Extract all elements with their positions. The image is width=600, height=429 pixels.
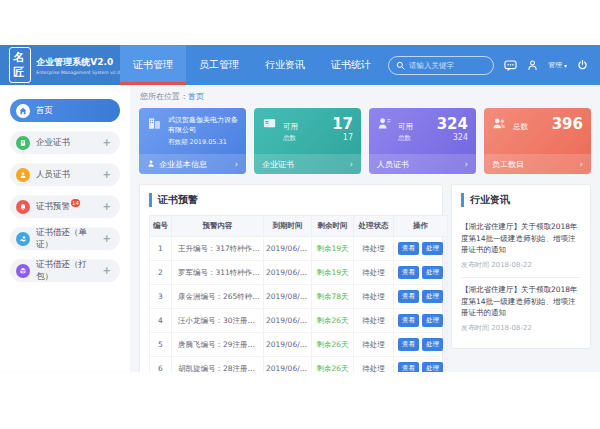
card-footer-label: 企业证书 [262, 159, 294, 170]
cell-remaining: 剩余26天 [312, 333, 354, 357]
company-info-card[interactable]: 武汉贺鑫伽美电力设备有限公司 有效期 2019.05.31 企业基本信息 › [139, 108, 246, 174]
stat-label: 总数 [398, 134, 411, 143]
col-header-actions: 操作 [394, 216, 448, 237]
header-actions: 管理▾ [388, 45, 600, 85]
cell-status: 待处理 [354, 333, 394, 357]
col-header-remain: 剩余时间 [312, 216, 354, 237]
expand-icon[interactable]: + [103, 233, 111, 244]
card-footer-label: 员工数目 [492, 159, 524, 170]
view-button[interactable]: 查看 [398, 338, 419, 351]
cell-no: 2 [150, 261, 172, 285]
personnel-certificates-card[interactable]: 可用 324 总数 324 人员证书 › [369, 108, 476, 174]
table-row: 6 胡凯旋编号：28注册类人... 2019/06/10 剩余26天 待处理 查… [150, 357, 448, 373]
view-button[interactable]: 查看 [398, 314, 419, 327]
handle-button[interactable]: 处理 [422, 242, 443, 255]
people-group-icon [492, 116, 507, 154]
news-item-title: 【湖北省住建厅】关于领取2018年度第14批一级建造师初始、增项注册证书的通知 [461, 284, 581, 319]
cell-no: 3 [150, 285, 172, 309]
handle-button[interactable]: 处理 [422, 362, 443, 372]
personnel-certificates-link[interactable]: 人员证书 › [369, 154, 476, 174]
app-subtitle: Enterprise Management System v2.0 [36, 70, 120, 75]
table-row: 1 王升编号：317特种作业... 2019/06/03 剩余19天 待处理 查… [150, 237, 448, 261]
sidebar-item-label: 企业证书 [36, 137, 70, 149]
stat-cards: 武汉贺鑫伽美电力设备有限公司 有效期 2019.05.31 企业基本信息 › [139, 108, 591, 174]
sidebar-item-company-certificates[interactable]: 企业证书 + [10, 131, 120, 154]
sidebar-item-home[interactable]: 首页 [10, 99, 120, 122]
main-content: 您所在位置：首页 武汉贺鑫伽美电力设备有限公司 有效期 2019.05.31 [130, 85, 600, 372]
employee-count-link[interactable]: 员工数目 › [484, 154, 591, 174]
expand-icon[interactable]: + [103, 265, 111, 276]
cell-remaining: 剩余26天 [312, 357, 354, 373]
cell-remaining: 剩余19天 [312, 261, 354, 285]
nav-tab-certificate-management[interactable]: 证书管理 [120, 45, 186, 85]
chevron-right-icon: › [234, 159, 238, 169]
building-icon [147, 116, 162, 154]
view-button[interactable]: 查看 [398, 266, 419, 279]
table-header-row: 编号 预警内容 到期时间 剩余时间 处理状态 操作 [150, 216, 448, 237]
breadcrumb-home-link[interactable]: 首页 [188, 92, 204, 101]
news-item-time: 发布时间 2018-08-22 [461, 260, 581, 270]
sidebar-item-label: 人员证书 [36, 169, 70, 181]
news-item[interactable]: 【湖北省住建厅】关于领取2018年度第14批一级建造师初始、增项注册证书的通知 … [461, 278, 581, 340]
chevron-right-icon: › [464, 159, 468, 169]
user-menu[interactable]: 管理▾ [548, 60, 567, 70]
sidebar-item-label: 证书预警 [36, 201, 70, 213]
cell-date: 2019/06/03 [264, 237, 312, 261]
app-window: 名匠 企业管理系统V2.0 Enterprise Management Syst… [0, 45, 600, 372]
handle-button[interactable]: 处理 [422, 338, 443, 351]
stat-label: 总数 [283, 134, 296, 143]
cell-no: 1 [150, 237, 172, 261]
stat-value: 17 [343, 133, 353, 142]
nav-tab-employee-management[interactable]: 员工管理 [186, 45, 252, 85]
cell-content: 唐腾飞编号：29注册类人... [172, 333, 264, 357]
power-icon[interactable] [577, 59, 588, 71]
employee-count-card[interactable]: 总数 396 员工数目 › [484, 108, 591, 174]
handle-button[interactable]: 处理 [422, 290, 443, 303]
news-panel-title: 行业资讯 [461, 193, 581, 207]
alert-panel-title: 证书预警 [149, 193, 433, 207]
search-input[interactable] [409, 61, 486, 70]
sidebar-item-borrow-single[interactable]: 证书借还（单证） + [10, 227, 120, 250]
logo-badge: 名匠 [9, 47, 31, 83]
sidebar-item-borrow-package[interactable]: 证书借还（打包） + [10, 259, 120, 282]
cell-remaining: 剩余26天 [312, 309, 354, 333]
company-certificates-link[interactable]: 企业证书 › [254, 154, 361, 174]
sidebar-item-personnel-certificates[interactable]: 人员证书 + [10, 163, 120, 186]
handle-button[interactable]: 处理 [422, 314, 443, 327]
borrow-package-icon [16, 264, 30, 278]
breadcrumb-prefix: 您所在位置： [140, 92, 188, 101]
cell-remaining: 剩余19天 [312, 237, 354, 261]
view-button[interactable]: 查看 [398, 362, 419, 372]
cell-remaining: 剩余78天 [312, 285, 354, 309]
chevron-down-icon: ▾ [564, 62, 567, 69]
certificate-alert-panel: 证书预警 编号 预警内容 到期时间 剩余时间 处理状态 [139, 184, 443, 372]
sidebar-item-certificate-alerts[interactable]: 证书预警 14 + [10, 195, 120, 218]
sidebar-item-label: 证书借还（单证） [36, 227, 103, 251]
view-button[interactable]: 查看 [398, 242, 419, 255]
stat-value: 17 [332, 115, 353, 133]
nav-tab-industry-news[interactable]: 行业资讯 [252, 45, 318, 85]
cell-content: 王升编号：317特种作业... [172, 237, 264, 261]
user-icon[interactable] [527, 59, 538, 71]
stat-label: 可用 [283, 122, 298, 132]
sidebar: 首页 企业证书 + 人员证书 + 证书预警 1 [0, 85, 130, 372]
stat-value: 396 [552, 115, 583, 133]
expand-icon[interactable]: + [103, 169, 111, 180]
news-item[interactable]: 【湖北省住建厅】关于领取2018年度第14批一级建造师初始、增项注册证书的通知 … [461, 215, 581, 278]
person-icon [147, 159, 155, 170]
search-box[interactable] [388, 56, 494, 75]
alert-table: 编号 预警内容 到期时间 剩余时间 处理状态 操作 1 王升编号 [149, 215, 448, 372]
company-certificates-card[interactable]: 可用 17 总数 17 企业证书 › [254, 108, 361, 174]
cell-date: 2019/06/03 [264, 261, 312, 285]
table-row: 4 汪小龙编号：30注册类人... 2019/06/10 剩余26天 待处理 查… [150, 309, 448, 333]
expand-icon[interactable]: + [103, 137, 111, 148]
nav-tab-certificate-stats[interactable]: 证书统计 [318, 45, 384, 85]
cell-date: 2019/06/10 [264, 357, 312, 373]
company-info-link[interactable]: 企业基本信息 › [139, 154, 246, 174]
expand-icon[interactable]: + [103, 201, 111, 212]
handle-button[interactable]: 处理 [422, 266, 443, 279]
sidebar-item-label: 证书借还（打包） [36, 259, 103, 283]
view-button[interactable]: 查看 [398, 290, 419, 303]
sidebar-item-label: 首页 [36, 105, 53, 117]
message-icon[interactable] [504, 59, 517, 72]
